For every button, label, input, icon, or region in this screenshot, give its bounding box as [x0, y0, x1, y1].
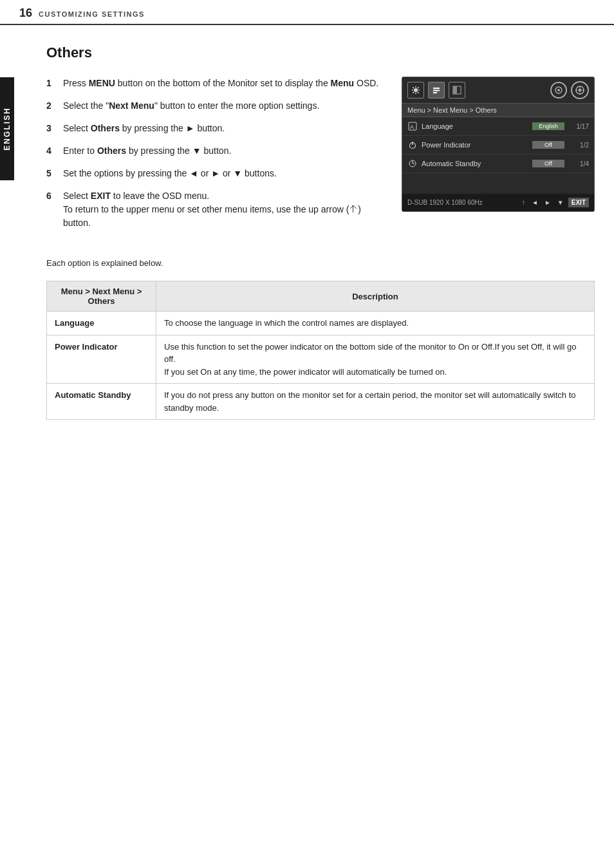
- osd-language-label: Language: [422, 122, 528, 130]
- osd-nav-up: ↑: [520, 198, 527, 207]
- osd-icon-brightness: [407, 82, 424, 99]
- svg-text:A: A: [410, 124, 414, 130]
- osd-breadcrumb: Menu > Next Menu > Others: [402, 104, 594, 117]
- osd-nav-down: ▼: [555, 198, 566, 207]
- page-header: 16 CUSTOMIZING SETTINGS: [0, 0, 614, 25]
- side-tab: ENGLISH: [0, 77, 14, 180]
- osd-nav-left: ◄: [530, 198, 540, 207]
- osd-icon-gear: [571, 81, 589, 99]
- osd-menu-item-standby: Automatic Standby Off 1/4: [402, 155, 594, 173]
- table-cell-language-label: Language: [47, 312, 156, 335]
- step-2: 2 Select the "Next Menu" button to enter…: [46, 99, 382, 113]
- svg-line-8: [413, 92, 414, 93]
- table-cell-power-label: Power Indicator: [47, 335, 156, 384]
- osd-nav-right: ►: [543, 198, 553, 207]
- table-cell-power-desc: Use this function to set the power indic…: [156, 335, 595, 384]
- svg-line-6: [418, 92, 419, 93]
- osd-icon-menu: [428, 82, 445, 99]
- table-row-language: Language To choose the language in which…: [47, 312, 595, 335]
- step-text-4: Enter to Others by pressing the ▼ button…: [63, 144, 231, 158]
- osd-standby-num: 1/4: [572, 160, 589, 167]
- svg-rect-10: [433, 90, 440, 91]
- osd-icons-left: [407, 82, 465, 99]
- step-6: 6 Select EXIT to leave the OSD menu. To …: [46, 189, 382, 230]
- page-number: 16: [19, 6, 32, 20]
- osd-footer-info: D-SUB 1920 X 1080 60Hz: [407, 199, 483, 206]
- description-table: Menu > Next Menu > Others Description La…: [46, 281, 595, 420]
- osd-footer: D-SUB 1920 X 1080 60Hz ↑ ◄ ► ▼ EXIT: [402, 194, 594, 211]
- osd-icon-circle: [550, 82, 567, 99]
- osd-power-label: Power Indicator: [422, 141, 528, 149]
- table-cell-standby-label: Automatic Standby: [47, 384, 156, 420]
- instructions-list: 1 Press MENU button on the bottom of the…: [46, 77, 382, 239]
- table-row-power-indicator: Power Indicator Use this function to set…: [47, 335, 595, 384]
- step-5: 5 Set the options by pressing the ◄ or ►…: [46, 167, 382, 180]
- table-col2-header: Description: [156, 281, 595, 312]
- svg-line-5: [413, 88, 414, 89]
- osd-panel: Menu > Next Menu > Others A Language Eng…: [402, 77, 595, 212]
- osd-power-value: Off: [532, 141, 564, 149]
- osd-language-num: 1/17: [572, 123, 589, 130]
- each-option-note: Each option is explained below.: [46, 258, 595, 268]
- osd-icons-right: [550, 81, 589, 99]
- svg-rect-11: [433, 92, 437, 93]
- osd-menu-item-language: A Language English 1/17: [402, 117, 594, 136]
- step-num-1: 1: [46, 77, 57, 90]
- section-title: Others: [46, 44, 595, 61]
- step-text-3: Select Others by pressing the ► button.: [63, 122, 225, 135]
- osd-menu-item-power: Power Indicator Off 1/2: [402, 136, 594, 155]
- osd-power-num: 1/2: [572, 142, 589, 149]
- osd-icon-contrast: [449, 82, 465, 99]
- table-cell-language-desc: To choose the language in which the cont…: [156, 312, 595, 335]
- osd-language-icon: A: [407, 121, 418, 131]
- step-text-2: Select the "Next Menu" button to enter t…: [63, 99, 319, 113]
- osd-nav-buttons: ↑ ◄ ► ▼ EXIT: [520, 198, 589, 207]
- step-1: 1 Press MENU button on the bottom of the…: [46, 77, 382, 90]
- step-3: 3 Select Others by pressing the ► button…: [46, 122, 382, 135]
- svg-rect-9: [433, 88, 440, 89]
- step-num-5: 5: [46, 167, 57, 180]
- table-row-auto-standby: Automatic Standby If you do not press an…: [47, 384, 595, 420]
- table-cell-standby-desc: If you do not press any button on the mo…: [156, 384, 595, 420]
- osd-exit-button: EXIT: [568, 198, 589, 207]
- svg-point-0: [414, 88, 418, 92]
- osd-language-value: English: [532, 122, 564, 130]
- osd-standby-label: Automatic Standby: [422, 160, 528, 167]
- step-6-subtext: To return to the upper menu or set other…: [63, 204, 361, 228]
- svg-line-7: [418, 88, 419, 89]
- svg-rect-13: [453, 86, 457, 94]
- step-num-2: 2: [46, 99, 57, 113]
- step-text-1: Press MENU button on the bottom of the M…: [63, 77, 378, 90]
- main-content: Others 1 Press MENU button on the bottom…: [14, 25, 614, 439]
- osd-standby-value: Off: [532, 160, 564, 167]
- osd-power-icon: [407, 140, 418, 150]
- step-text-5: Set the options by pressing the ◄ or ► o…: [63, 167, 277, 180]
- osd-standby-icon: [407, 158, 418, 169]
- step-num-6: 6: [46, 189, 57, 230]
- svg-point-15: [557, 89, 560, 91]
- side-tab-label: ENGLISH: [3, 107, 12, 150]
- step-text-6: Select EXIT to leave the OSD menu. To re…: [63, 189, 382, 230]
- step-num-3: 3: [46, 122, 57, 135]
- two-column-layout: 1 Press MENU button on the bottom of the…: [46, 77, 595, 239]
- svg-point-17: [579, 89, 582, 92]
- step-num-4: 4: [46, 144, 57, 158]
- table-col1-header: Menu > Next Menu > Others: [47, 281, 156, 312]
- page-title: CUSTOMIZING SETTINGS: [39, 10, 145, 18]
- osd-top-bar: [402, 77, 594, 104]
- step-4: 4 Enter to Others by pressing the ▼ butt…: [46, 144, 382, 158]
